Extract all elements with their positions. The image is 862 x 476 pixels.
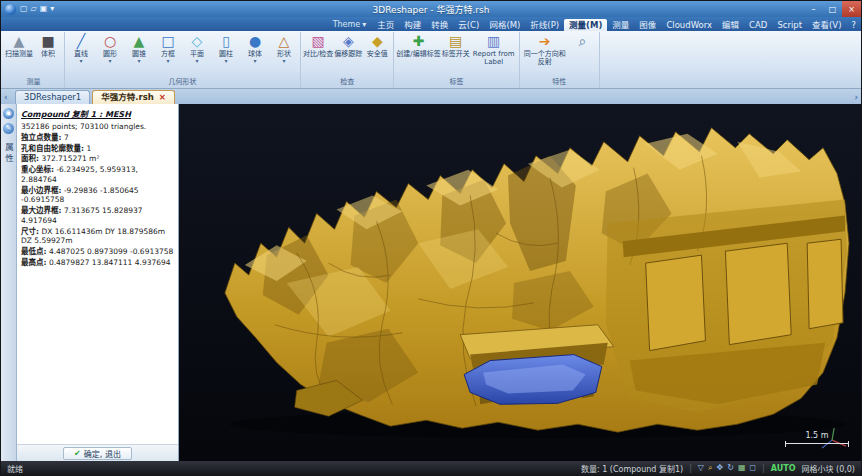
chevron-left-icon[interactable]: ‹ (4, 93, 8, 102)
compare-inspect-tool[interactable]: ▧ 对比/检查 ▾ (303, 33, 333, 58)
app-logo-icon[interactable] (5, 4, 16, 15)
safety-icon: ◆ (372, 33, 383, 50)
tab-edit[interactable]: 编辑 (717, 19, 744, 31)
create-edit-label-tool[interactable]: ✚ 创建/编辑标签 ▾ (396, 33, 440, 58)
left-panel-strip: ◉ ✎ 属性 (1, 104, 17, 461)
offset-icon: ◈ (343, 33, 354, 50)
mountain-icon: ▲ (14, 33, 25, 50)
magnifier-tool[interactable]: ⌕ ▾ (569, 33, 597, 50)
view-options-icon[interactable]: ◉ (3, 108, 14, 119)
close-tab-icon[interactable]: × (159, 93, 166, 102)
sphere-icon: ● (249, 33, 261, 50)
offset-tracking-tool[interactable]: ◈ 偏移跟踪 ▾ (334, 33, 362, 58)
circle-icon: ○ (104, 33, 116, 50)
theme-menu-button[interactable]: Theme ▾ (333, 20, 367, 29)
tab-transform[interactable]: 转换 (426, 19, 453, 31)
carved-wall-structure (606, 199, 847, 412)
property-line: 最大边界框: 7.313675 15.828937 4.917694 (21, 206, 174, 226)
tab-home[interactable]: 主页 (372, 19, 399, 31)
properties-panel-tab[interactable]: 属性 (3, 143, 15, 164)
3d-viewport[interactable]: 1.5 m (179, 104, 861, 461)
chevron-down-icon: ▾ (79, 58, 82, 64)
label-icon: ▤ (449, 33, 462, 50)
tab-cloudworx[interactable]: CloudWorx (661, 19, 717, 31)
main-area: ◉ ✎ 属性 Compound 复制 1 : MESH 352186 point… (1, 104, 861, 461)
object-header: Compound 复制 1 : MESH (21, 108, 174, 119)
volume-tool[interactable]: ■ 体积 ▾ (34, 33, 62, 58)
3d-viewport-canvas[interactable] (179, 104, 861, 461)
pan-icon[interactable]: ✥ (716, 464, 723, 472)
triangle-icon: △ (279, 33, 290, 50)
cylinder-tool[interactable]: ▯ 圆柱 ▾ (212, 33, 240, 64)
doc-tab-3dreshaper1[interactable]: 3DReshaper1 (15, 90, 90, 104)
property-line: 尺寸: DX 16.611436m DY 18.879586m DZ 5.599… (21, 227, 174, 247)
cone-tool[interactable]: ▲ 圆锥 ▾ (125, 33, 153, 64)
ribbon-group-label: 几何形状 (67, 77, 298, 88)
zoom-icon[interactable]: ⌕ (708, 464, 712, 472)
tab-cloud[interactable]: 云(C) (453, 19, 484, 31)
ribbon-group-features: ➔ 同一个方向和反射 ▾ ⌕ ▾ 特性 (520, 32, 600, 88)
close-button[interactable]: × (842, 1, 861, 17)
plane-icon: ◇ (192, 33, 203, 50)
sphere-tool[interactable]: ● 球体 ▾ (241, 33, 269, 64)
tab-build[interactable]: 构建 (399, 19, 426, 31)
chevron-right-icon[interactable]: › (854, 93, 858, 102)
label-toggle-tool[interactable]: ▤ 标签开关 ▾ (442, 33, 470, 58)
plane-tool[interactable]: ◇ 平面 ▾ (183, 33, 211, 64)
scale-bar: 1.5 m (785, 431, 849, 447)
edit-icon[interactable]: ✎ (3, 123, 14, 134)
circle-tool[interactable]: ○ 圆形 ▾ (96, 33, 124, 64)
chevron-down-icon: ▾ (108, 58, 111, 64)
chevron-down-icon: ▾ (282, 58, 285, 64)
cone-icon: ▲ (134, 33, 145, 50)
doc-tab-huaqiangfangte[interactable]: 华强方特.rsh × (92, 90, 175, 104)
scan-measure-tool[interactable]: ▲ 扫描测量 ▾ (5, 33, 33, 58)
quick-access-toolbar: ▢ ▱ ▣ ▾ (20, 5, 54, 13)
report-from-label-tool[interactable]: ▥ Report from Label ▾ (471, 33, 517, 66)
property-line: 面积: 372.715271 m² (21, 154, 174, 164)
auto-mode-badge[interactable]: AUTO (771, 464, 796, 473)
confirm-exit-button[interactable]: ✔ 确定, 退出 (63, 447, 132, 460)
property-line: 352186 points; 703100 triangles. (21, 122, 174, 132)
box-tool[interactable]: □ 方框 ▾ (154, 33, 182, 64)
tab-help[interactable]: ? (846, 19, 861, 31)
status-ready-text: 就绪 (7, 463, 23, 474)
chevron-down-icon: ▾ (195, 58, 198, 64)
tab-script[interactable]: Script (772, 19, 807, 31)
ribbon-group-inspect: ▧ 对比/检查 ▾ ◈ 偏移跟踪 ▾ ◆ 安全值 ▾ (301, 32, 394, 88)
quick-access-caret-icon[interactable]: ▾ (50, 5, 54, 13)
open-file-icon[interactable]: ▱ (31, 5, 37, 13)
report-icon: ▥ (487, 33, 500, 50)
property-line: 独立点数量: 7 (21, 133, 174, 143)
add-label-icon: ✚ (413, 33, 425, 50)
maximize-button[interactable]: □ (823, 1, 842, 17)
ribbon-group-measure: ▲ 扫描测量 ▾ ■ 体积 ▾ 测量 (3, 32, 65, 88)
rotate-icon[interactable]: ↻ (727, 464, 734, 472)
direction-reflect-tool[interactable]: ➔ 同一个方向和反射 ▾ (522, 33, 568, 66)
check-icon: ✔ (74, 449, 81, 458)
line-tool[interactable]: ╱ 直线 ▾ (67, 33, 95, 64)
arrow-icon: ➔ (539, 33, 551, 50)
free-shape-tool[interactable]: △ 形状 ▾ (270, 33, 298, 64)
cube-icon[interactable]: ◻ (749, 464, 756, 472)
grid-icon[interactable]: ▦ (738, 464, 746, 472)
tab-survey[interactable]: 测量 (607, 19, 634, 31)
grid-coordinates-text: 网格小块 (0,0) (801, 463, 855, 474)
tab-polyline[interactable]: 折线(P) (525, 19, 564, 31)
tab-cad[interactable]: CAD (744, 19, 772, 31)
save-icon[interactable]: ▣ (40, 5, 48, 13)
chevron-down-icon: ▾ (137, 58, 140, 64)
tab-view[interactable]: 查看(V) (807, 19, 846, 31)
property-line: 孔和自由轮廓数量: 1 (21, 144, 174, 154)
chevron-down-icon: ▾ (253, 58, 256, 64)
safety-value-tool[interactable]: ◆ 安全值 ▾ (363, 33, 391, 58)
tab-measure[interactable]: 测量(M) (564, 19, 607, 31)
minimize-button[interactable]: – (804, 1, 823, 17)
window-controls: – □ × (804, 1, 861, 17)
property-line: 最低点: 4.487025 0.8973099 -0.6913758 (21, 247, 174, 257)
new-file-icon[interactable]: ▢ (20, 5, 28, 13)
tab-mesh[interactable]: 网格(M) (484, 19, 525, 31)
properties-panel: Compound 复制 1 : MESH 352186 points; 7031… (17, 104, 179, 461)
filter-icon[interactable]: ▽ (698, 464, 704, 472)
tab-image[interactable]: 图像 (634, 19, 661, 31)
